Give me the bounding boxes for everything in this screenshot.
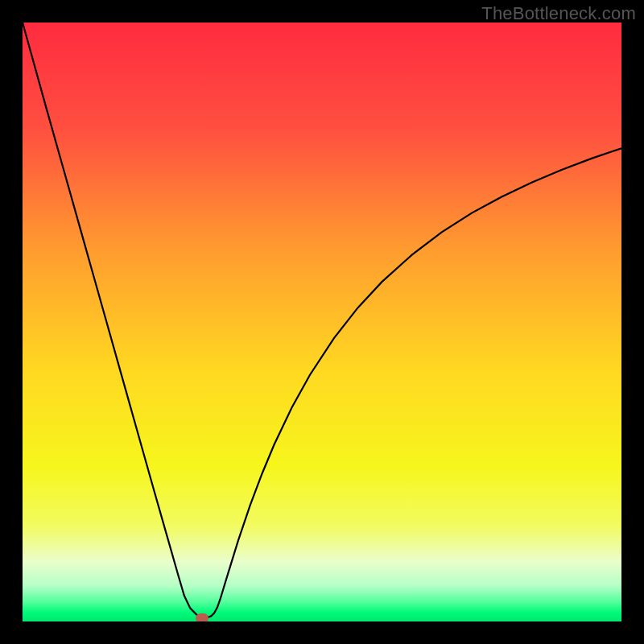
watermark-text: TheBottleneck.com bbox=[481, 3, 636, 24]
bottleneck-curve bbox=[23, 23, 621, 618]
bottleneck-curve-svg bbox=[23, 23, 621, 621]
plot-area bbox=[23, 23, 621, 621]
optimal-point-marker bbox=[196, 613, 208, 621]
chart-frame: TheBottleneck.com bbox=[0, 0, 644, 644]
